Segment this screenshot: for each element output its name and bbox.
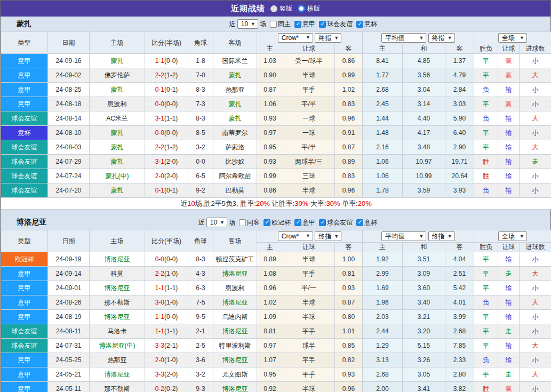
away-team[interactable]: 博洛尼亚 [213,295,257,310]
home-team[interactable]: AC米兰 [90,111,145,126]
away-team[interactable]: 恩波利 [213,281,257,295]
home-odds: 1.09 [257,310,283,324]
odds-stage-select-value: 终指 [318,34,331,43]
home-team[interactable]: 蒙扎 [90,83,145,97]
filter-checkbox-4[interactable]: 意杯 [356,218,377,227]
chevron-down-icon: ▼ [448,36,452,41]
away-team[interactable]: 热那亚 [213,83,257,97]
handicap-line: 平手 [283,324,335,339]
home-team[interactable]: 博洛尼亚 [90,252,145,267]
average-select[interactable]: 平均值▼ [381,231,426,241]
home-team[interactable]: 博洛尼亚 [90,310,145,324]
recent-count-select[interactable]: 10▼ [206,218,227,227]
home-team[interactable]: 那不勒斯 [90,295,145,310]
home-team[interactable]: 马洛卡 [90,324,145,339]
recent-count-select[interactable]: 10▼ [237,19,258,29]
handicap-line: 平手 [283,353,335,367]
fulltime-select[interactable]: 全场▼ [498,33,527,43]
home-team[interactable]: 蒙扎 [90,126,145,140]
home-team[interactable]: 博洛尼亚 [90,367,145,382]
checkbox-unchecked-icon[interactable] [239,219,246,226]
corner-score: 7-3 [188,97,213,111]
result-handicap: 输 [498,295,520,310]
away-odds: 0.81 [335,267,363,281]
away-team[interactable]: 蒙扎 [213,68,257,83]
average-select[interactable]: 平均值▼ [381,33,426,43]
avg-draw: 3.21 [403,310,445,324]
home-team[interactable]: 科莫 [90,267,145,281]
filter-checkbox-label: 欧冠杯 [271,218,291,227]
away-odds: 0.85 [335,339,363,353]
home-team[interactable]: 蒙扎 [90,54,145,68]
layout-radio-vertical[interactable]: 竖版 [270,4,292,13]
home-team[interactable]: 蒙扎 [90,183,145,198]
filter-checkbox-2[interactable]: 意甲 [294,218,315,227]
home-team[interactable]: 博洛尼亚(中) [90,339,145,353]
away-team[interactable]: 国际米兰 [213,54,257,68]
avg-away: 2.84 [445,83,474,97]
away-team[interactable]: 阿尔希欧苗 [213,169,257,183]
home-team[interactable]: 那不勒斯 [90,382,145,392]
match-date: 24-08-18 [48,97,90,111]
home-team[interactable]: 蒙扎 [90,155,145,169]
result-outcome: 负 [474,83,498,97]
radio-selected-icon[interactable] [298,5,305,12]
away-odds: 1.00 [335,252,363,267]
fulltime-select[interactable]: 全场▼ [498,231,527,241]
avg-stage-select[interactable]: 终指▼ [428,231,455,241]
away-team[interactable]: 蒙扎 [213,97,257,111]
away-team[interactable]: 南蒂罗尔 [213,126,257,140]
filter-checkbox-0[interactable]: 同主 [270,20,291,29]
avg-stage-select[interactable]: 终指▼ [428,33,455,43]
home-team[interactable]: 蒙扎 [90,140,145,155]
layout-radio-horizontal[interactable]: 横版 [298,4,320,13]
away-team[interactable]: 顿涅茨克矿工 [213,252,257,267]
away-team[interactable]: 博洛尼亚 [213,353,257,367]
home-team[interactable]: 热那亚 [90,353,145,367]
away-team[interactable]: 乌迪内斯 [213,310,257,324]
bookmaker-select[interactable]: Crow*▼ [278,231,313,241]
summary-stat-label: 单率: [340,199,357,207]
checkbox-checked-icon[interactable] [356,219,363,226]
away-team[interactable]: 巴勒莫 [213,183,257,198]
checkbox-unchecked-icon[interactable] [270,21,277,28]
handicap-line: 两球半/三 [283,155,335,169]
avg-draw: 3.09 [403,267,445,281]
checkbox-checked-icon[interactable] [319,21,326,28]
bookmaker-select[interactable]: Crow*▼ [278,33,313,43]
home-team[interactable]: 恩波利 [90,97,145,111]
filter-checkbox-1[interactable]: 欧冠杯 [263,218,291,227]
home-team[interactable]: 佛罗伦萨 [90,68,145,83]
away-team[interactable]: 博洛尼亚 [213,267,257,281]
filter-checkbox-3[interactable]: 意杯 [356,20,377,29]
filter-checkbox-2[interactable]: 球会友谊 [319,20,353,29]
fulltime-select-value: 全场 [502,232,515,241]
checkbox-checked-icon[interactable] [263,219,270,226]
chevron-down-icon: ▼ [448,234,452,239]
odds-stage-select[interactable]: 终指▼ [315,231,341,241]
checkbox-checked-icon[interactable] [294,219,301,226]
away-team[interactable]: 尤文图斯 [213,367,257,382]
checkbox-checked-icon[interactable] [319,219,326,226]
home-team[interactable]: 博洛尼亚 [90,281,145,295]
filter-checkbox-0[interactable]: 同客 [239,218,260,227]
away-team[interactable]: 博洛尼亚 [213,382,257,392]
chevron-down-icon: ▼ [419,36,424,41]
col-header-away: 客场 [213,32,257,54]
away-team[interactable]: 蒙扎 [213,111,257,126]
odds-stage-select[interactable]: 终指▼ [315,33,341,43]
away-team[interactable]: 特里波利斯 [213,339,257,353]
checkbox-checked-icon[interactable] [294,21,301,28]
results-table-bologna: 类型 日期 主场 比分(半场) 角球 客场 Crow*▼ 终指▼ 平均值▼ 终指… [1,230,551,392]
halftime-score: (1-0) [164,299,178,306]
filter-checkbox-3[interactable]: 球会友谊 [319,218,353,227]
away-team[interactable]: 萨索洛 [213,140,257,155]
radio-unselected-icon[interactable] [270,5,277,12]
home-team[interactable]: 蒙扎(中) [90,169,145,183]
filter-checkbox-1[interactable]: 意甲 [294,20,315,29]
checkbox-checked-icon[interactable] [356,21,363,28]
away-team[interactable]: 博洛尼亚 [213,324,257,339]
result-handicap: 走 [498,324,520,339]
away-team[interactable]: 比沙奴 [213,155,257,169]
fulltime-score: 0-0 [155,100,164,108]
